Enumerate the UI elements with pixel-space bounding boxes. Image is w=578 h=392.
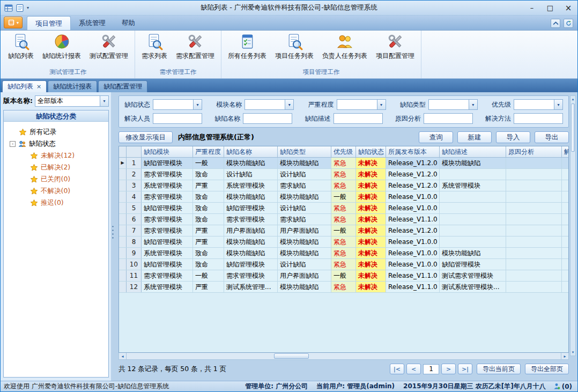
ribbon-button[interactable]: 负责人任务列表 <box>318 33 372 61</box>
export-all-pages-button[interactable]: 导出全部页 <box>525 364 569 374</box>
action-button[interactable]: 导入 <box>496 131 530 143</box>
filter-text-input[interactable] <box>243 113 292 124</box>
scrollbar-track[interactable] <box>127 353 561 359</box>
column-header-cause[interactable]: 原因分析 <box>506 146 562 157</box>
last-page-button[interactable]: >| <box>458 364 472 374</box>
table-row[interactable]: 11需求管理模块一般需求管理模块用户界面缺陷一般未解决Release_V1.1.… <box>119 270 568 282</box>
first-page-button[interactable]: |< <box>390 364 404 374</box>
filter-combobox[interactable] <box>337 99 386 110</box>
cell-status: 未解决 <box>356 169 386 180</box>
vertical-scrollbar[interactable]: ▴ ▾ <box>570 95 576 356</box>
scroll-up-icon[interactable]: ▴ <box>570 96 575 102</box>
collapse-icon[interactable]: - <box>10 141 16 147</box>
close-icon[interactable]: × <box>36 81 41 92</box>
filter-combobox[interactable] <box>153 99 202 110</box>
ribbon-button[interactable]: 项目任务列表 <box>271 33 318 61</box>
scroll-right-icon[interactable]: ▸ <box>561 353 568 359</box>
document-tab[interactable]: 缺陷配置管理 <box>98 80 147 92</box>
table-row[interactable]: 4需求管理模块致命模块功能缺陷模块功能缺陷一般未解决Release_V1.0.0 <box>119 191 568 203</box>
ribbon-button[interactable]: 测试配置管理 <box>85 33 132 61</box>
column-header-severity[interactable]: 严重程度 <box>193 146 224 157</box>
table-row[interactable]: 8缺陷管理模块严重模块功能缺陷模块功能缺陷紧急未解决Release_V1.0.0 <box>119 236 568 248</box>
tree-item[interactable]: 已关闭(0) <box>5 173 107 185</box>
cell-module: 缺陷管理模块 <box>142 158 193 168</box>
application-menu-button[interactable]: ▾ <box>4 17 23 28</box>
next-page-button[interactable]: > <box>441 364 456 374</box>
table-row[interactable]: 3系统管理模块严重系统管理模块需求缺陷紧急未解决Release_V1.2.0系统… <box>119 180 568 191</box>
filter-text-input[interactable] <box>424 113 473 124</box>
column-header-name[interactable]: 缺陷名称 <box>224 146 278 157</box>
filter-combobox[interactable] <box>428 99 478 110</box>
table-row[interactable]: 9系统管理模块致命模块功能缺陷模块功能缺陷紧急未解决Release_V1.0.0… <box>119 248 568 259</box>
horizontal-scrollbar[interactable]: ◂ ▸ <box>118 353 569 360</box>
collapse-ribbon-button[interactable] <box>551 19 560 28</box>
filter-text-input[interactable] <box>334 113 383 124</box>
table-row[interactable]: ▶1缺陷管理模块一般模块功能缺陷模块功能缺陷紧急未解决Release_V1.2.… <box>119 158 568 169</box>
chevron-down-icon[interactable] <box>469 100 477 109</box>
menu-tab[interactable]: 项目管理 <box>27 16 71 30</box>
tree-item[interactable]: -缺陷状态 <box>5 138 107 150</box>
filter-text-input[interactable] <box>514 113 563 124</box>
table-row[interactable]: 10缺陷管理模块致命缺陷管理模块设计缺陷紧急未解决Release_V1.0.0缺… <box>119 259 568 270</box>
modify-columns-button[interactable]: 修改显示项目 <box>118 131 173 143</box>
prev-page-button[interactable]: < <box>406 364 421 374</box>
tree-item[interactable]: 未解决(12) <box>5 150 107 161</box>
table-row[interactable]: 6需求管理模块致命需求管理模块需求缺陷紧急未解决Release_V1.1.0 <box>119 214 568 225</box>
action-button[interactable]: 新建 <box>457 131 492 143</box>
filter-combobox[interactable] <box>514 99 563 110</box>
table-row[interactable]: 2需求管理模块致命设计缺陷设计缺陷紧急未解决Release_V1.2.0 <box>119 169 568 180</box>
table-row[interactable]: 5缺陷管理模块致命缺陷管理模块设计缺陷紧急未解决Release_V1.0.0 <box>119 203 568 214</box>
page-number-input[interactable] <box>423 364 439 374</box>
cell-release: Release_V1.0.0 <box>386 259 440 270</box>
maximize-button[interactable]: □ <box>541 1 559 15</box>
chevron-down-icon[interactable]: ▾ <box>27 5 29 10</box>
close-button[interactable]: × <box>559 1 577 15</box>
cell-type: 设计缺陷 <box>278 203 331 213</box>
scrollbar-thumb[interactable] <box>571 103 575 152</box>
chevron-down-icon[interactable] <box>100 96 108 106</box>
refresh-button[interactable] <box>564 19 573 28</box>
column-header-status[interactable]: 缺陷状态 <box>356 146 386 157</box>
list-icon[interactable] <box>16 4 24 12</box>
splitter-grip-icon[interactable] <box>112 225 114 241</box>
chevron-down-icon[interactable] <box>193 100 202 109</box>
column-header-desc[interactable]: 缺陷描述 <box>440 146 506 157</box>
column-header-release[interactable]: 所属发布版本 <box>386 146 440 157</box>
tree-item[interactable]: 已解决(2) <box>5 161 107 173</box>
scroll-down-icon[interactable]: ▾ <box>570 349 575 356</box>
export-current-page-button[interactable]: 导出当前页 <box>477 364 521 374</box>
scrollbar-thumb[interactable] <box>274 353 309 359</box>
tree-item[interactable]: 所有记录 <box>5 126 107 138</box>
ribbon-button[interactable]: 缺陷列表 <box>4 33 38 61</box>
menu-tab[interactable]: 帮助 <box>114 16 143 30</box>
app-icon[interactable] <box>4 4 13 12</box>
table-row[interactable]: 12系统管理模块严重测试系统管理...模块功能缺陷紧急未解决Release_V1… <box>119 282 568 293</box>
scroll-left-icon[interactable]: ◂ <box>119 353 127 359</box>
ribbon-button[interactable]: 缺陷统计报表 <box>38 33 85 61</box>
document-tab[interactable]: 缺陷列表 × <box>2 80 47 92</box>
chevron-down-icon[interactable] <box>285 100 293 109</box>
filter-combobox[interactable] <box>244 99 294 110</box>
action-button[interactable]: 导出 <box>535 131 569 143</box>
action-button[interactable]: 查询 <box>419 131 453 143</box>
column-header-module[interactable]: 缺陷模块 <box>142 146 193 157</box>
ribbon-button[interactable]: 所有任务列表 <box>224 33 271 61</box>
ribbon-button[interactable]: 需求配置管理 <box>172 33 219 61</box>
tree-item[interactable]: 不解决(0) <box>5 185 107 197</box>
chevron-down-icon[interactable] <box>377 100 386 109</box>
chevron-down-icon[interactable] <box>554 100 562 109</box>
cell-status: 未解决 <box>356 248 386 258</box>
tree-item[interactable]: 推迟(0) <box>5 197 107 209</box>
column-header-solution[interactable]: 解决方法 <box>562 146 568 157</box>
column-header-type[interactable]: 缺陷类型 <box>278 146 331 157</box>
filter-text-input[interactable] <box>153 113 202 124</box>
minimize-button[interactable]: – <box>523 1 541 15</box>
version-combobox[interactable]: 全部版本 <box>35 95 109 107</box>
menu-tab[interactable]: 系统管理 <box>71 16 114 30</box>
column-header-priority[interactable]: 优先级 <box>331 146 356 157</box>
ribbon-button[interactable]: 项目配置管理 <box>372 33 419 61</box>
document-tab[interactable]: 缺陷统计报表 <box>48 80 97 92</box>
scrollbar-track[interactable] <box>570 102 575 349</box>
table-row[interactable]: 7需求管理模块严重用户界面缺陷用户界面缺陷一般未解决Release_V1.2.0 <box>119 225 568 236</box>
ribbon-button[interactable]: 需求列表 <box>137 33 172 61</box>
